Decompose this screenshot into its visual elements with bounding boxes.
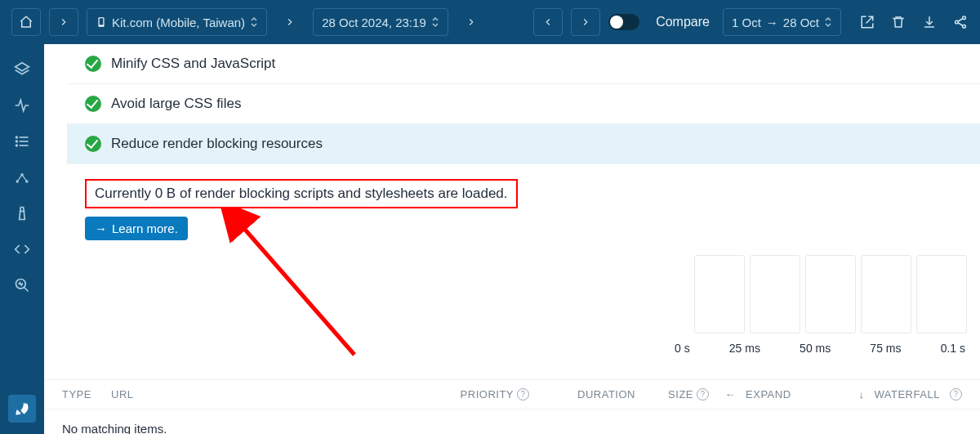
- download-icon: [922, 15, 937, 29]
- arrow-left-icon: ←: [724, 388, 736, 400]
- breadcrumb-sep: [275, 8, 305, 36]
- check-icon: [85, 136, 101, 152]
- audit-label: Minify CSS and JavaScript: [111, 56, 275, 72]
- svg-point-11: [16, 145, 18, 146]
- audit-row[interactable]: Minify CSS and JavaScript: [67, 44, 980, 84]
- open-external-button[interactable]: [859, 14, 875, 30]
- tick-label: 25 ms: [729, 342, 760, 355]
- share-button[interactable]: [952, 14, 969, 30]
- filmstrip-frame[interactable]: [750, 255, 800, 333]
- next-button[interactable]: [571, 8, 600, 36]
- side-rail: [0, 44, 44, 434]
- compare-label: Compare: [656, 15, 710, 29]
- rail-layers[interactable]: [8, 56, 36, 83]
- chevron-right-icon: [284, 16, 296, 28]
- filmstrip-frame[interactable]: [916, 255, 967, 333]
- rail-network[interactable]: [8, 163, 36, 191]
- main-content: Minify CSS and JavaScriptAvoid large CSS…: [44, 44, 980, 434]
- check-icon: [85, 56, 101, 72]
- col-priority[interactable]: PRIORITY?: [439, 388, 529, 400]
- col-waterfall[interactable]: ↓ WATERFALL ?: [807, 388, 962, 400]
- home-icon: [19, 15, 33, 29]
- svg-point-10: [16, 141, 18, 142]
- svg-marker-5: [16, 63, 29, 71]
- svg-line-19: [240, 224, 354, 355]
- rail-pulse[interactable]: [8, 92, 36, 119]
- table-header-row: TYPE URL PRIORITY? DURATION SIZE? ← EXPA…: [44, 379, 980, 409]
- help-icon[interactable]: ?: [517, 388, 529, 400]
- rail-code[interactable]: [8, 235, 36, 263]
- tick-label: 50 ms: [800, 342, 831, 355]
- detail-summary: Currently 0 B of render blocking scripts…: [85, 179, 518, 208]
- up-down-icon: [824, 16, 832, 28]
- range-from: 1 Oct: [732, 16, 761, 29]
- tick-label: 0 s: [675, 342, 690, 355]
- range-to: 28 Oct: [783, 16, 819, 29]
- col-expand[interactable]: ← EXPAND: [709, 388, 807, 400]
- delete-button[interactable]: [890, 14, 906, 30]
- filmstrip-frame[interactable]: [861, 255, 911, 333]
- breadcrumb-sep-2: [457, 8, 486, 36]
- help-icon[interactable]: ?: [697, 388, 709, 400]
- download-button[interactable]: [921, 14, 938, 30]
- filmstrip: 0 s25 ms50 ms75 ms0.1 s: [673, 255, 967, 355]
- chevron-left-icon: [542, 16, 554, 28]
- top-bar: Kit.com (Mobile, Taiwan) 28 Oct 2024, 23…: [0, 0, 980, 44]
- network-icon: [14, 169, 30, 186]
- date-range-selector[interactable]: 1 Oct → 28 Oct: [723, 8, 841, 36]
- col-type[interactable]: TYPE: [62, 388, 111, 400]
- col-url[interactable]: URL: [111, 388, 439, 400]
- activity-icon: [14, 97, 30, 114]
- audit-row[interactable]: Reduce render blocking resources: [67, 124, 980, 164]
- lighthouse-icon: [14, 205, 30, 221]
- rail-inspect[interactable]: [8, 271, 36, 299]
- share-icon: [953, 15, 968, 29]
- rail-lighthouse[interactable]: [8, 199, 36, 227]
- svg-point-9: [16, 136, 18, 138]
- site-selector[interactable]: Kit.com (Mobile, Taiwan): [87, 8, 267, 36]
- svg-rect-1: [100, 18, 104, 25]
- learn-more-label: Learn more.: [112, 221, 178, 235]
- tick-label: 0.1 s: [941, 342, 965, 355]
- rail-list[interactable]: [8, 128, 36, 155]
- site-label: Kit.com (Mobile, Taiwan): [112, 16, 245, 29]
- arrow-down-icon: ↓: [858, 388, 864, 400]
- nav-forward-button[interactable]: [49, 8, 78, 36]
- filmstrip-frame[interactable]: [805, 255, 856, 333]
- rail-rocket[interactable]: [8, 395, 36, 423]
- audit-row[interactable]: Avoid large CSS files: [67, 84, 980, 124]
- col-size[interactable]: SIZE?: [635, 388, 709, 400]
- chevron-right-icon: [580, 16, 591, 28]
- audit-label: Reduce render blocking resources: [111, 136, 323, 152]
- tick-label: 75 ms: [870, 342, 901, 355]
- learn-more-button[interactable]: → Learn more.: [85, 217, 188, 240]
- filmstrip-frame[interactable]: [694, 255, 745, 333]
- search-chart-icon: [14, 277, 30, 293]
- compare-toggle[interactable]: [608, 14, 639, 30]
- code-icon: [14, 241, 30, 257]
- arrow-right-icon: →: [766, 16, 778, 29]
- date-selector[interactable]: 28 Oct 2024, 23:19: [313, 8, 448, 36]
- rocket-icon: [14, 400, 30, 417]
- audit-list: Minify CSS and JavaScriptAvoid large CSS…: [67, 44, 980, 164]
- col-duration[interactable]: DURATION: [529, 388, 635, 400]
- home-button[interactable]: [11, 8, 41, 36]
- check-icon: [85, 96, 101, 112]
- chevron-right-icon: [58, 16, 69, 28]
- timeline-ticks: 0 s25 ms50 ms75 ms0.1 s: [673, 342, 967, 355]
- audit-label: Avoid large CSS files: [111, 96, 241, 112]
- external-link-icon: [860, 15, 875, 29]
- audit-detail: Currently 0 B of render blocking scripts…: [67, 164, 980, 240]
- trash-icon: [891, 15, 906, 29]
- prev-button[interactable]: [533, 8, 563, 36]
- svg-line-17: [24, 288, 29, 292]
- up-down-icon: [431, 16, 439, 28]
- chevron-right-icon: [466, 16, 477, 28]
- date-label: 28 Oct 2024, 23:19: [322, 16, 426, 29]
- help-icon[interactable]: ?: [950, 388, 962, 400]
- arrow-right-icon: →: [95, 221, 107, 235]
- layers-icon: [14, 61, 30, 78]
- up-down-icon: [250, 16, 258, 28]
- phone-icon: [96, 15, 107, 29]
- empty-state: No matching items.: [44, 409, 185, 434]
